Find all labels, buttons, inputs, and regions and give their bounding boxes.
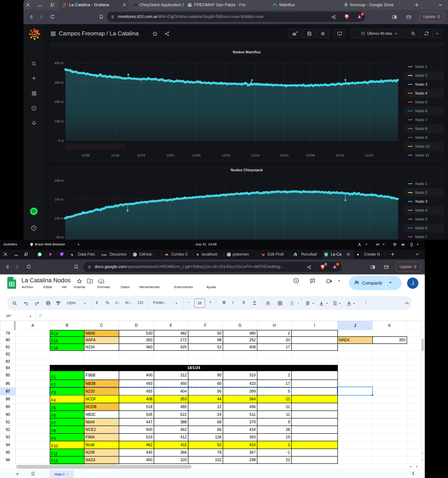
svg-text:150 m: 150 m xyxy=(54,197,64,201)
svg-text:Nodo 4: Nodo 4 xyxy=(415,208,427,213)
svg-text:0 m: 0 m xyxy=(58,139,64,143)
svg-text:12/01: 12/01 xyxy=(166,153,175,157)
svg-text:11/16: 11/16 xyxy=(111,153,119,157)
svg-text:Nodo 1: Nodo 1 xyxy=(415,182,427,186)
svg-text:N: N xyxy=(71,253,73,257)
svg-text:12/08: 12/08 xyxy=(192,153,201,157)
svg-text:01/16: 01/16 xyxy=(336,153,344,157)
svg-text:300 m: 300 m xyxy=(54,81,64,84)
svg-text:Nodo 5: Nodo 5 xyxy=(415,100,427,104)
svg-text:01/08: 01/08 xyxy=(306,153,315,157)
svg-text:Nodo 10: Nodo 10 xyxy=(415,144,430,149)
svg-text:Nodos Mainflux: Nodos Mainflux xyxy=(233,50,261,54)
svg-text:Nodo 3: Nodo 3 xyxy=(415,82,427,87)
svg-text:Nodo 6: Nodo 6 xyxy=(415,226,427,230)
svg-text:200 m: 200 m xyxy=(54,100,64,104)
svg-text:50 m: 50 m xyxy=(56,235,64,239)
svg-text:map: map xyxy=(188,5,191,7)
svg-text:200 m: 200 m xyxy=(54,179,64,182)
svg-text:Nodo 7: Nodo 7 xyxy=(415,235,427,239)
svg-text:Nodo 7: Nodo 7 xyxy=(415,118,427,122)
svg-text:N: N xyxy=(196,253,199,257)
svg-text:12/24: 12/24 xyxy=(251,153,259,157)
svg-text:Poké: Poké xyxy=(102,254,107,256)
svg-text:12/16: 12/16 xyxy=(221,153,230,157)
svg-text:100 m: 100 m xyxy=(54,119,64,123)
svg-text:11/08: 11/08 xyxy=(82,153,90,157)
svg-text:Nodo 5: Nodo 5 xyxy=(415,217,427,221)
svg-text:?: ? xyxy=(33,226,35,230)
svg-text:Nodo 4: Nodo 4 xyxy=(415,91,427,95)
svg-text:Nodo 11: Nodo 11 xyxy=(415,153,429,157)
svg-text:Nodo 2: Nodo 2 xyxy=(415,74,427,78)
svg-text:400 m: 400 m xyxy=(54,61,64,65)
svg-text:Nodo 8: Nodo 8 xyxy=(415,126,427,131)
svg-text:freo: freo xyxy=(188,3,191,5)
svg-text:Nodos Chirpstack: Nodos Chirpstack xyxy=(231,168,263,172)
svg-text:Nodo 6: Nodo 6 xyxy=(415,109,427,113)
svg-text:Nodo 1: Nodo 1 xyxy=(415,65,427,69)
svg-text:11/23: 11/23 xyxy=(137,153,145,157)
svg-text:Nodo 3: Nodo 3 xyxy=(415,199,427,204)
svg-text:01/01: 01/01 xyxy=(280,153,289,157)
svg-text:Nodo 2: Nodo 2 xyxy=(415,190,427,195)
svg-text:100 m: 100 m xyxy=(54,216,64,220)
svg-text:01/24: 01/24 xyxy=(365,153,374,157)
svg-text:Nodo 9: Nodo 9 xyxy=(415,135,427,140)
